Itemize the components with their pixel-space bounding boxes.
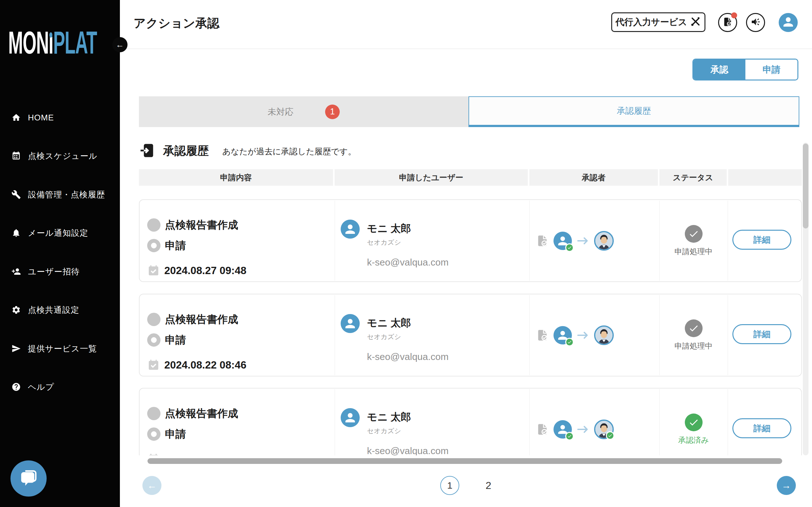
requester-avatar (554, 232, 572, 250)
wrench-icon (11, 190, 21, 199)
arrow-right-icon (577, 237, 589, 245)
document-check-icon (536, 423, 549, 436)
left-arrow-icon: ← (116, 40, 124, 50)
action-icon (147, 428, 160, 441)
section-description: あなたが過去に承認した履歴です。 (222, 146, 356, 157)
sidebar: MONıPLAT HOME 点検スケジュール 設備管理・点検履歴 メール通知設定… (0, 0, 120, 507)
user-plus-icon (11, 267, 21, 276)
column-header-status: ステータス (659, 169, 727, 186)
sidebar-collapse-button[interactable]: ← (112, 37, 128, 52)
status-label: 申請処理中 (675, 341, 713, 351)
request-type: 点検報告書作成 (165, 313, 238, 327)
sidebar-item-label: ユーザー招待 (28, 266, 80, 277)
megaphone-icon (751, 17, 761, 28)
logo-i-dot: ı (49, 28, 53, 57)
status-label: 申請処理中 (675, 246, 713, 257)
arrow-right-icon (577, 425, 589, 434)
toggle-request[interactable]: 申請 (745, 60, 798, 79)
sidebar-item-label: 点検スケジュール (28, 151, 97, 162)
column-divider (529, 201, 530, 281)
document-check-notification-button[interactable] (718, 13, 737, 32)
pagination-page-2[interactable]: 2 (482, 476, 495, 495)
sidebar-item-home[interactable]: HOME (0, 108, 120, 127)
bell-icon (11, 228, 21, 238)
sidebar-item-common-settings[interactable]: 点検共通設定 (0, 300, 120, 320)
paper-plane-icon (11, 344, 21, 353)
requester-avatar (554, 420, 572, 439)
sidebar-item-inspection-schedule[interactable]: 点検スケジュール (0, 147, 120, 165)
user-kana: セオカズシ (367, 427, 401, 435)
vertical-scrollbar (803, 143, 809, 455)
sidebar-item-label: HOME (28, 113, 54, 123)
sidebar-item-label: 設備管理・点検履歴 (28, 189, 105, 200)
user-kana: セオカズシ (367, 238, 401, 247)
proxy-input-service-button[interactable]: 代行入力サービス (611, 12, 705, 32)
approved-check-badge (565, 432, 574, 441)
column-divider (335, 201, 335, 281)
requesting-user-avatar (341, 220, 360, 239)
sidebar-item-equipment-management[interactable]: 設備管理・点検履歴 (0, 185, 120, 204)
action-icon (147, 333, 160, 347)
requesting-user-avatar (341, 408, 360, 427)
request-type-icon (147, 407, 160, 420)
pagination-next-button[interactable]: → (777, 476, 796, 495)
status-check-icon (685, 320, 703, 337)
action-label: 申請 (165, 427, 186, 441)
approver-photo-avatar (594, 326, 614, 345)
right-arrow-icon: → (781, 480, 791, 491)
user-name: モニ 太郎 (367, 410, 411, 424)
document-check-icon (536, 234, 549, 247)
home-icon (11, 113, 21, 122)
announcements-button[interactable] (746, 13, 765, 32)
tab-pending[interactable]: 未対応 1 (139, 96, 468, 127)
column-header-requesting-user: 申請したユーザー (335, 169, 528, 186)
account-avatar[interactable] (779, 13, 798, 32)
pagination-page-1[interactable]: 1 (440, 476, 459, 495)
app-root: MONıPLAT HOME 点検スケジュール 設備管理・点検履歴 メール通知設定… (0, 0, 812, 507)
requester-avatar (554, 326, 572, 344)
tab-approval-history[interactable]: 承認履歴 (468, 96, 799, 127)
section-title: 承認履歴 (163, 143, 209, 159)
request-type: 点検報告書作成 (165, 406, 238, 421)
column-divider (529, 295, 530, 375)
brand-logo[interactable]: MONıPLAT (8, 28, 97, 60)
column-header-approver: 承認者 (529, 169, 658, 186)
sidebar-item-help[interactable]: ヘルプ (0, 377, 120, 396)
request-type-icon (147, 313, 160, 326)
user-name: モニ 太郎 (367, 316, 411, 330)
approved-check-badge (606, 431, 614, 440)
column-header-request: 申請内容 (139, 169, 333, 186)
vertical-scrollbar-thumb[interactable] (803, 144, 809, 228)
approver-photo-avatar (594, 231, 614, 250)
horizontal-scrollbar-thumb[interactable] (148, 458, 782, 464)
help-icon (11, 382, 21, 392)
pagination-prev-button[interactable]: ← (142, 476, 161, 495)
file-check-icon (722, 17, 733, 28)
status-cell: 申請処理中 (659, 200, 728, 281)
status-check-icon (685, 225, 703, 243)
detail-button[interactable]: 詳細 (732, 324, 792, 344)
sidebar-item-mail-notification[interactable]: メール通知設定 (0, 223, 120, 242)
left-arrow-icon: ← (147, 480, 157, 491)
action-icon (147, 239, 160, 252)
chat-widget-button[interactable] (10, 460, 47, 497)
arrow-right-icon (577, 331, 589, 339)
approver-photo-avatar (594, 419, 614, 439)
user-email: k-seo@valqua.com (367, 351, 449, 362)
document-in-icon (140, 143, 155, 158)
approved-check-badge (565, 243, 574, 252)
sidebar-item-services[interactable]: 提供サービス一覧 (0, 339, 120, 358)
sidebar-item-label: メール通知設定 (28, 228, 88, 239)
sidebar-item-user-invite[interactable]: ユーザー招待 (0, 262, 120, 281)
status-cell: 申請処理中 (659, 294, 728, 376)
request-datetime: 2024.08.27 09:48 (164, 265, 247, 277)
sidebar-item-label: 点検共通設定 (28, 304, 79, 316)
user-name: モニ 太郎 (367, 222, 411, 236)
detail-button[interactable]: 詳細 (732, 230, 792, 250)
column-header-actions (728, 169, 802, 186)
sidebar-item-label: 提供サービス一覧 (28, 343, 97, 354)
toggle-approve[interactable]: 承認 (693, 60, 745, 79)
page-title: アクション承認 (134, 15, 219, 32)
user-email: k-seo@valqua.com (367, 257, 449, 268)
detail-button[interactable]: 詳細 (732, 418, 792, 438)
